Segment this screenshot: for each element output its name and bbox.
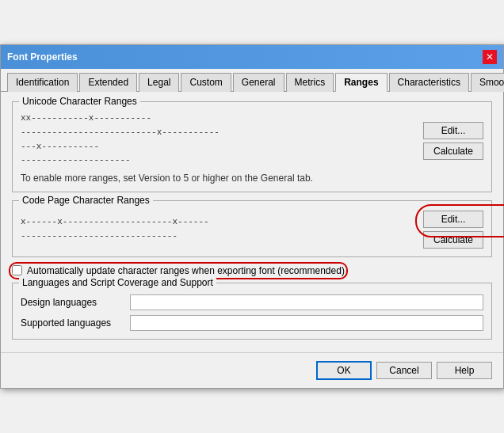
codepage-group-title: Code Page Character Ranges xyxy=(19,195,153,206)
codepage-buttons-highlight: Edit... Calculate xyxy=(423,211,483,249)
languages-group-title: Languages and Script Coverage and Suppor… xyxy=(19,277,216,288)
unicode-group: Unicode Character Ranges xx-----------x-… xyxy=(12,101,492,192)
help-button[interactable]: Help xyxy=(437,362,492,379)
unicode-note: To enable more ranges, set Version to 5 … xyxy=(21,173,483,184)
supported-languages-input[interactable] xyxy=(130,315,483,331)
tab-ranges[interactable]: Ranges xyxy=(335,73,387,92)
footer: OK Cancel Help xyxy=(1,352,503,388)
unicode-calculate-button[interactable]: Calculate xyxy=(423,142,483,160)
unicode-edit-button[interactable]: Edit... xyxy=(423,122,483,139)
codepage-calculate-button[interactable]: Calculate xyxy=(423,231,483,249)
tab-smoothing[interactable]: Smoothing xyxy=(471,73,504,92)
design-languages-label: Design languages xyxy=(21,297,124,308)
unicode-line3: ---x----------- xyxy=(21,140,415,154)
font-properties-window: Font Properties ✕ Identification Extende… xyxy=(0,44,504,388)
tabs-bar: Identification Extended Legal Custom Gen… xyxy=(1,69,503,92)
tab-legal[interactable]: Legal xyxy=(139,73,179,92)
unicode-group-title: Unicode Character Ranges xyxy=(19,96,140,107)
unicode-line4: --------------------- xyxy=(21,154,415,168)
codepage-edit-button[interactable]: Edit... xyxy=(423,211,483,228)
main-content: Unicode Character Ranges xx-----------x-… xyxy=(1,92,503,348)
auto-update-row: Automatically update character ranges wh… xyxy=(12,265,492,276)
ok-button[interactable]: OK xyxy=(316,361,372,380)
codepage-group: Code Page Character Ranges x------x-----… xyxy=(12,200,492,257)
unicode-group-content: xx-----------x----------- --------------… xyxy=(21,112,483,183)
tab-characteristics[interactable]: Characteristics xyxy=(389,73,469,92)
unicode-buttons: Edit... Calculate xyxy=(423,122,483,160)
tab-metrics[interactable]: Metrics xyxy=(286,73,334,92)
tab-extended[interactable]: Extended xyxy=(79,73,137,92)
codepage-line2: ------------------------------ xyxy=(21,230,415,244)
design-languages-row: Design languages xyxy=(21,294,483,310)
languages-group: Languages and Script Coverage and Suppor… xyxy=(12,283,492,340)
auto-update-label: Automatically update character ranges wh… xyxy=(27,265,345,276)
supported-languages-row: Supported languages xyxy=(21,315,483,331)
design-languages-input[interactable] xyxy=(130,294,483,310)
codepage-section: x------x---------------------x------ ---… xyxy=(21,211,483,249)
supported-languages-label: Supported languages xyxy=(21,317,124,329)
unicode-section: xx-----------x----------- --------------… xyxy=(21,112,483,167)
tab-identification[interactable]: Identification xyxy=(7,73,78,92)
tab-general[interactable]: General xyxy=(233,73,284,92)
codepage-line1: x------x---------------------x------ xyxy=(21,215,415,230)
unicode-line2: --------------------------x----------- xyxy=(21,126,415,140)
auto-update-checkbox[interactable] xyxy=(12,265,22,275)
cancel-button[interactable]: Cancel xyxy=(376,362,432,379)
title-bar: Font Properties ✕ xyxy=(1,45,503,69)
tab-custom[interactable]: Custom xyxy=(181,73,231,92)
auto-update-highlight: Automatically update character ranges wh… xyxy=(12,265,345,276)
unicode-text-block: xx-----------x----------- --------------… xyxy=(21,112,415,167)
unicode-line1: xx-----------x----------- xyxy=(21,112,415,126)
window-title: Font Properties xyxy=(7,51,78,63)
codepage-group-content: x------x---------------------x------ ---… xyxy=(21,211,483,249)
close-button[interactable]: ✕ xyxy=(483,50,497,64)
codepage-text-block: x------x---------------------x------ ---… xyxy=(21,215,415,243)
